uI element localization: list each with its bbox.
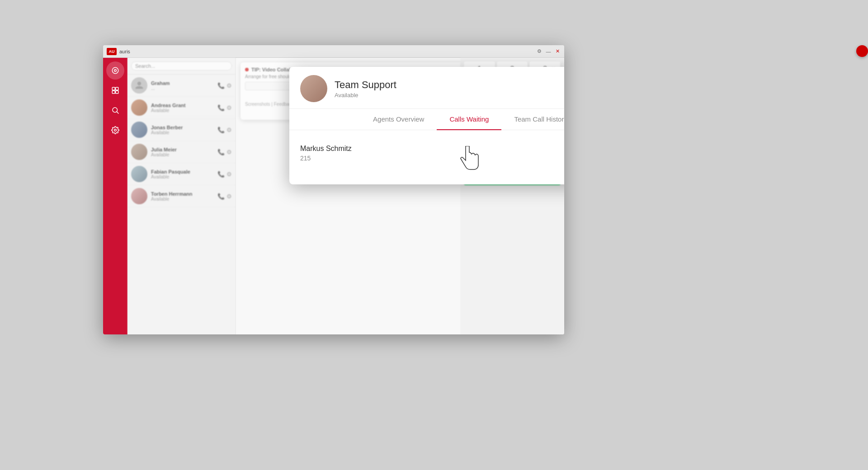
settings-title-btn[interactable]: ⚙ xyxy=(536,48,542,55)
tab-agents-overview[interactable]: Agents Overview xyxy=(360,109,437,130)
settings-contact-icon[interactable]: ⚙ xyxy=(226,82,232,89)
contact-actions: 📞 ⚙ xyxy=(217,193,232,200)
sidebar-item-home[interactable] xyxy=(106,61,124,80)
team-support-modal: Team Support Available xyxy=(289,67,564,184)
settings-icon[interactable]: ⚙ xyxy=(226,193,232,200)
svg-point-8 xyxy=(114,129,117,132)
caller-info: Markus Schmitz 215 xyxy=(300,145,352,162)
modal-content: Markus Schmitz 215 00:00:29 xyxy=(289,130,564,184)
contact-name: Graham xyxy=(151,80,214,86)
modal-subtitle: Available xyxy=(335,92,396,99)
main-content: TIP: Video Collaboration Arrange for fre… xyxy=(236,58,564,334)
close-window-btn[interactable]: ✕ xyxy=(554,48,561,55)
svg-rect-4 xyxy=(112,91,115,94)
modal-title: Team Support xyxy=(335,79,396,91)
call-icon[interactable]: 📞 xyxy=(217,127,225,133)
tab-team-call-history[interactable]: Team Call History xyxy=(501,109,564,130)
list-item[interactable]: Torben Herrmann Available 📞 ⚙ xyxy=(127,185,236,207)
contact-actions: 📞 ⚙ xyxy=(217,149,232,155)
list-item[interactable]: Graham ... 📞 ⚙ xyxy=(127,75,236,97)
list-item[interactable]: Jonas Berber Available 📞 ⚙ xyxy=(127,119,236,141)
modal-header: Team Support Available xyxy=(289,67,564,109)
contact-actions: 📞 ⚙ xyxy=(217,82,232,89)
avatar xyxy=(131,166,147,182)
list-item[interactable]: Fabian Pasquale Available 📞 ⚙ xyxy=(127,163,236,185)
contact-status: ... xyxy=(151,86,214,91)
caller-name: Markus Schmitz xyxy=(300,145,352,153)
contact-status: Available xyxy=(151,197,214,202)
call-icon[interactable]: 📞 xyxy=(217,149,225,155)
notification-dot xyxy=(245,68,249,71)
avatar xyxy=(131,188,147,204)
title-bar-controls: ⚙ — ✕ xyxy=(536,48,561,55)
svg-point-1 xyxy=(114,70,117,72)
svg-point-0 xyxy=(112,67,118,74)
list-item[interactable]: Andreas Grant Available 📞 ⚙ xyxy=(127,97,236,119)
app-logo: AU xyxy=(107,48,117,55)
avatar xyxy=(131,144,147,160)
sidebar xyxy=(103,58,127,334)
profile-avatar xyxy=(300,75,327,102)
avatar xyxy=(131,77,147,94)
call-icon[interactable]: 📞 xyxy=(217,171,225,178)
contact-status: Available xyxy=(151,152,214,157)
minimize-btn[interactable]: — xyxy=(545,48,552,55)
contact-info: Torben Herrmann Available xyxy=(151,191,214,202)
app-body: Graham ... 📞 ⚙ Andreas Grant Available 📞… xyxy=(103,58,564,334)
tab-calls-waiting[interactable]: Calls Waiting xyxy=(437,109,501,130)
search-input[interactable] xyxy=(131,61,232,70)
modal-title-block: Team Support Available xyxy=(335,79,396,99)
list-item[interactable]: Julia Meier Available 📞 ⚙ xyxy=(127,141,236,163)
svg-rect-3 xyxy=(116,87,118,90)
call-icon[interactable]: 📞 xyxy=(217,104,225,111)
call-waiting-item: Markus Schmitz 215 00:00:29 xyxy=(300,141,564,165)
contact-name: Fabian Pasquale xyxy=(151,169,214,174)
avatar xyxy=(131,122,147,138)
logo-text: AU xyxy=(109,49,115,54)
notification-dot-external xyxy=(856,45,868,57)
contact-actions: 📞 ⚙ xyxy=(217,127,232,133)
contact-actions: 📞 ⚙ xyxy=(217,171,232,178)
settings-icon[interactable]: ⚙ xyxy=(226,127,232,133)
app-title: auris xyxy=(119,49,130,54)
avatar xyxy=(131,99,147,116)
svg-rect-5 xyxy=(116,91,118,94)
svg-rect-2 xyxy=(112,87,115,90)
contact-info: Graham ... xyxy=(151,80,214,91)
contact-name: Torben Herrmann xyxy=(151,191,214,197)
settings-icon[interactable]: ⚙ xyxy=(226,104,232,111)
contact-name: Andreas Grant xyxy=(151,103,214,108)
sidebar-item-settings[interactable] xyxy=(106,121,124,139)
modal-tabs: Agents Overview Calls Waiting Team Call … xyxy=(289,109,564,130)
sidebar-item-search[interactable] xyxy=(106,101,124,119)
title-bar-left: AU auris xyxy=(107,48,130,55)
contact-status: Available xyxy=(151,174,214,179)
svg-line-7 xyxy=(117,112,118,113)
contact-info: Jonas Berber Available xyxy=(151,125,214,135)
contact-info: Andreas Grant Available xyxy=(151,103,214,113)
contact-name: Jonas Berber xyxy=(151,125,214,130)
contact-info: Fabian Pasquale Available xyxy=(151,169,214,179)
contact-name: Julia Meier xyxy=(151,147,214,152)
contact-status: Available xyxy=(151,130,214,135)
caller-number: 215 xyxy=(300,155,352,162)
app-window: AU auris ⚙ — ✕ xyxy=(103,45,564,334)
call-icon[interactable]: 📞 xyxy=(217,82,225,89)
title-bar: AU auris ⚙ — ✕ xyxy=(103,45,564,58)
call-icon[interactable]: 📞 xyxy=(217,193,225,200)
contact-status: Available xyxy=(151,108,214,113)
sidebar-item-contacts[interactable] xyxy=(106,81,124,99)
settings-icon[interactable]: ⚙ xyxy=(226,149,232,155)
contact-list: Graham ... 📞 ⚙ Andreas Grant Available 📞… xyxy=(127,58,236,334)
svg-point-6 xyxy=(113,108,118,113)
contact-actions: 📞 ⚙ xyxy=(217,104,232,111)
search-bar xyxy=(127,58,236,75)
contact-info: Julia Meier Available xyxy=(151,147,214,157)
settings-icon[interactable]: ⚙ xyxy=(226,171,232,178)
